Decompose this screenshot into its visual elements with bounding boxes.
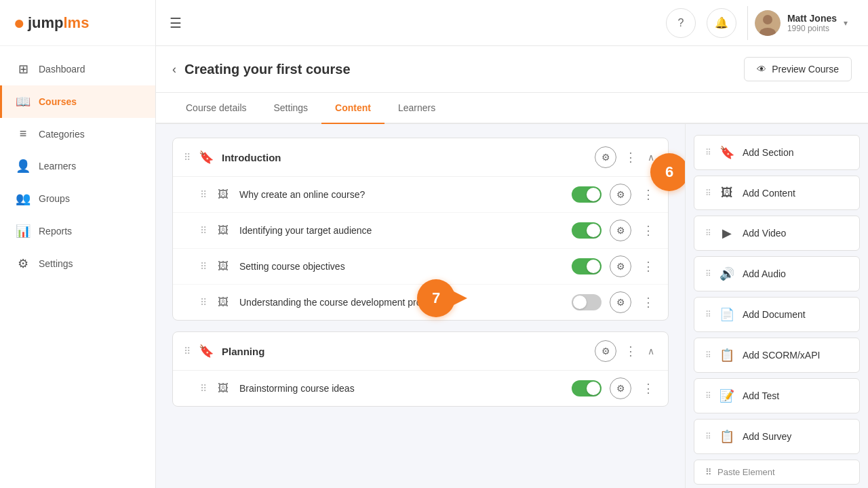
add-video-button[interactable]: ⠿ ▶ Add Video: [694, 216, 860, 251]
topbar: ☰ ? 🔔 Matt Jones 1990 points ▾: [156, 0, 868, 46]
sidebar-item-groups[interactable]: 👥 Groups: [0, 182, 155, 215]
toggle-button[interactable]: [572, 258, 601, 274]
add-section-button[interactable]: ⠿ 🔖 Add Section: [694, 135, 860, 170]
course-content: 6 ⠿ 🔖 Introduction ⚙ ⋮ ∧ ⠿: [156, 124, 685, 488]
sidebar-item-dashboard[interactable]: ⊞ Dashboard: [0, 53, 155, 85]
dashboard-icon: ⊞: [16, 62, 31, 77]
test-icon: 📝: [719, 388, 734, 403]
groups-icon: 👥: [16, 191, 31, 206]
svg-point-1: [763, 15, 772, 24]
drag-handle[interactable]: ⠿: [200, 383, 207, 394]
survey-icon: 📋: [719, 429, 734, 444]
add-audio-button[interactable]: ⠿ 🔊 Add Audio: [694, 256, 860, 291]
learners-icon: 👤: [16, 159, 31, 174]
tab-settings[interactable]: Settings: [260, 93, 322, 124]
add-content-button[interactable]: ⠿ 🖼 Add Content: [694, 176, 860, 210]
sidebar-item-reports[interactable]: 📊 Reports: [0, 215, 155, 247]
gear-button[interactable]: ⚙: [595, 146, 616, 168]
add-survey-label: Add Survey: [743, 431, 791, 442]
gear-button[interactable]: ⚙: [610, 220, 631, 241]
drag-dots-icon: ⠿: [705, 391, 711, 401]
content-title: Understanding the course development pro…: [239, 297, 564, 308]
sidebar-item-settings[interactable]: ⚙ Settings: [0, 247, 155, 280]
back-button[interactable]: ‹: [172, 62, 176, 77]
content-row: ⠿ 🖼 Identifying your target audience ⚙ ⋮: [173, 213, 668, 249]
page-body: 6 ⠿ 🔖 Introduction ⚙ ⋮ ∧ ⠿: [156, 124, 868, 488]
toggle-button[interactable]: [572, 186, 601, 203]
paste-element-button[interactable]: ⠿ Paste Element: [694, 460, 860, 485]
more-button[interactable]: ⋮: [639, 292, 657, 312]
gear-button[interactable]: ⚙: [610, 291, 631, 313]
add-survey-button[interactable]: ⠿ 📋 Add Survey: [694, 419, 860, 454]
add-scorm-button[interactable]: ⠿ 📋 Add SCORM/xAPI: [694, 338, 860, 373]
drag-handle[interactable]: ⠿: [200, 297, 207, 308]
page-title-row: ‹ Creating your first course: [172, 62, 351, 77]
gear-button[interactable]: ⚙: [610, 184, 631, 205]
collapse-button[interactable]: ∧: [645, 343, 657, 359]
user-points: 1990 points: [787, 24, 837, 33]
content-type-icon: 🖼: [215, 188, 231, 201]
bell-icon: 🔔: [715, 16, 728, 29]
toggle-button[interactable]: [572, 380, 601, 396]
categories-icon: ≡: [16, 127, 31, 141]
drag-handle[interactable]: ⠿: [184, 346, 191, 357]
hamburger-icon[interactable]: ☰: [170, 15, 182, 31]
sidebar-item-label: Dashboard: [39, 64, 85, 75]
add-document-button[interactable]: ⠿ 📄 Add Document: [694, 297, 860, 332]
more-button[interactable]: ⋮: [639, 184, 657, 205]
play-icon: ▶: [719, 226, 734, 241]
content-row: ⠿ 🖼 Why create an online course? ⚙ ⋮: [173, 177, 668, 213]
add-audio-label: Add Audio: [743, 268, 786, 279]
tab-learners[interactable]: Learners: [384, 93, 449, 124]
drag-handle[interactable]: ⠿: [184, 152, 191, 163]
section-actions: ⚙ ⋮ ∧: [595, 340, 657, 362]
sidebar: ● jumplms ⊞ Dashboard 📖 Courses ≡ Catego…: [0, 0, 156, 488]
user-name: Matt Jones: [787, 13, 837, 24]
add-section-label: Add Section: [743, 147, 794, 158]
content-type-icon: 🖼: [215, 382, 231, 394]
courses-icon: 📖: [16, 94, 31, 109]
bookmark-icon: 🔖: [199, 344, 214, 359]
section-planning: ⠿ 🔖 Planning ⚙ ⋮ ∧ ⠿ 🖼 Brainstorming: [172, 331, 669, 407]
user-menu[interactable]: Matt Jones 1990 points ▾: [747, 6, 854, 40]
bookmark-icon: 🔖: [719, 145, 734, 160]
help-button[interactable]: ?: [666, 8, 696, 38]
page-header: ‹ Creating your first course 👁 Preview C…: [156, 46, 868, 93]
sidebar-item-courses[interactable]: 📖 Courses: [0, 85, 155, 118]
tab-content[interactable]: Content: [321, 93, 384, 124]
sidebar-item-categories[interactable]: ≡ Categories: [0, 118, 155, 150]
drag-handle[interactable]: ⠿: [200, 261, 207, 272]
avatar: [755, 10, 781, 36]
add-test-button[interactable]: ⠿ 📝 Add Test: [694, 378, 860, 413]
settings-icon: ⚙: [16, 256, 31, 271]
sidebar-item-learners[interactable]: 👤 Learners: [0, 150, 155, 182]
content-title: Why create an online course?: [239, 189, 564, 200]
preview-course-button[interactable]: 👁 Preview Course: [744, 57, 852, 81]
more-button[interactable]: ⋮: [622, 341, 639, 361]
gear-button[interactable]: ⚙: [610, 378, 631, 399]
content-area: ‹ Creating your first course 👁 Preview C…: [156, 46, 868, 488]
section-title: Planning: [222, 346, 587, 357]
tooltip-7: 7: [417, 279, 455, 317]
toggle-button[interactable]: [572, 222, 601, 239]
notifications-button[interactable]: 🔔: [707, 8, 736, 38]
tab-course-details[interactable]: Course details: [172, 93, 260, 124]
more-button[interactable]: ⋮: [639, 378, 657, 399]
content-type-icon: 🖼: [215, 224, 231, 237]
more-button[interactable]: ⋮: [639, 220, 657, 241]
content-title: Setting course objectives: [239, 261, 564, 272]
toggle-button[interactable]: [572, 294, 601, 310]
more-button[interactable]: ⋮: [622, 147, 639, 167]
drag-handle[interactable]: ⠿: [200, 225, 207, 236]
logo: ● jumplms: [0, 0, 155, 46]
section-title: Introduction: [222, 152, 587, 163]
sidebar-item-label: Settings: [39, 258, 73, 269]
add-document-label: Add Document: [743, 309, 806, 320]
gear-button[interactable]: ⚙: [610, 256, 631, 277]
document-icon: 📄: [719, 307, 734, 322]
more-button[interactable]: ⋮: [639, 256, 657, 277]
drag-handle[interactable]: ⠿: [200, 189, 207, 200]
drag-dots-icon: ⠿: [705, 310, 711, 319]
sidebar-item-label: Reports: [39, 226, 72, 237]
gear-button[interactable]: ⚙: [595, 340, 616, 362]
